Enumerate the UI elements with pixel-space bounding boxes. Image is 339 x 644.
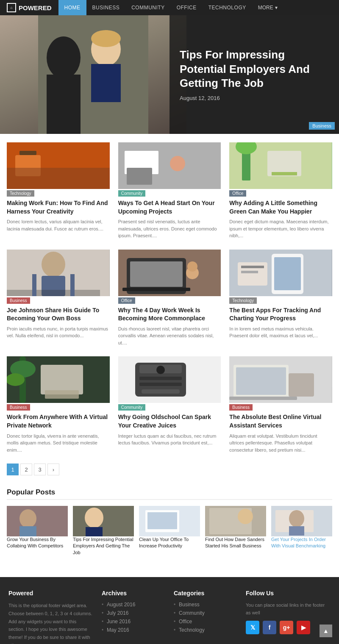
article-grid-row2: Business Joe Johnson Share His Guide To … (7, 250, 332, 347)
footer-follow-text: You can place social links in the footer… (246, 602, 331, 616)
list-item[interactable]: Community (174, 610, 237, 616)
logo[interactable]: ⌂ POWERED (0, 3, 58, 12)
page-1-button[interactable]: 1 (7, 464, 19, 475)
article-excerpt: Aliquam erat volutpat. Vestibulum tincid… (229, 433, 332, 454)
svg-rect-13 (127, 168, 152, 185)
svg-rect-58 (19, 526, 36, 536)
list-item[interactable]: May 2016 (102, 627, 165, 633)
popular-thumbnail (7, 506, 68, 536)
article-title: The Best Apps For Tracking And Charting … (229, 306, 332, 323)
nav-office[interactable]: OFFICE (171, 0, 203, 15)
article-thumbnail (7, 356, 110, 403)
article-grid-row3: Business Work From Anywhere With A Virtu… (7, 356, 332, 453)
svg-rect-9 (19, 151, 36, 155)
hero-category-badge: Business (309, 122, 335, 130)
article-excerpt: Donec lorem lectus, varius aliquam lacin… (7, 218, 110, 232)
nav-community[interactable]: COMMUNITY (125, 0, 171, 15)
footer-brand-text: This is the optional footer widget area.… (8, 602, 93, 644)
facebook-button[interactable]: f (263, 621, 276, 634)
popular-card[interactable]: Get Your Projects In Order With Visual B… (271, 506, 332, 556)
svg-rect-55 (289, 373, 314, 397)
svg-rect-61 (86, 527, 103, 536)
popular-title: Tips For Impressing Potential Employers … (73, 536, 134, 556)
popular-title-link[interactable]: Get Your Projects In Order With Visual B… (271, 536, 332, 550)
svg-rect-10 (7, 168, 110, 189)
nav-more[interactable]: MORE ▾ (252, 0, 283, 15)
svg-rect-42 (41, 365, 83, 394)
svg-rect-23 (7, 290, 100, 296)
page-3-button[interactable]: 3 (34, 464, 46, 475)
popular-card[interactable]: Clean Up Your Office To Increase Product… (139, 506, 200, 556)
list-item[interactable]: June 2016 (102, 619, 165, 625)
svg-rect-49 (139, 383, 182, 386)
popular-thumbnail (139, 506, 200, 536)
hero-date: August 12, 2016 (180, 95, 329, 101)
list-item[interactable]: Technology (174, 627, 237, 633)
hero-person-figure (38, 15, 148, 134)
footer-grid: Powered This is the optional footer widg… (8, 590, 331, 644)
svg-point-57 (19, 509, 36, 528)
article-card[interactable]: Office Why The 4 Day Work Week Is Becomi… (118, 250, 221, 347)
footer-categories-col: Categories Business Community Office Tec… (174, 590, 237, 644)
popular-card[interactable]: Grow Your Business By Collabing With Com… (7, 506, 68, 556)
svg-rect-37 (241, 271, 258, 273)
article-excerpt: Duis rhoncus laoreet nisl, vitae pharetr… (118, 325, 221, 347)
list-item[interactable]: July 2016 (102, 610, 165, 616)
footer-archives-title: Archives (102, 590, 165, 597)
twitter-button[interactable]: 𝕏 (246, 621, 259, 634)
article-card[interactable]: Technology The Best Apps For Tracking An… (229, 250, 332, 347)
nav-home[interactable]: HOME (58, 0, 86, 15)
article-thumbnail (229, 356, 332, 403)
footer-categories-list: Business Community Office Technology (174, 602, 237, 633)
article-tag: Technology (7, 190, 34, 197)
hero-image (0, 15, 186, 134)
pagination: 1 2 3 › (7, 464, 332, 475)
article-excerpt: Donec eget dictum magna. Maecenas interd… (229, 218, 332, 239)
svg-point-31 (187, 261, 197, 272)
svg-rect-54 (229, 397, 297, 400)
article-tag: Office (229, 190, 246, 197)
article-card[interactable]: Business The Absolute Best Online Virtua… (229, 356, 332, 453)
footer-brand-col: Powered This is the optional footer widg… (8, 590, 93, 644)
nav-business[interactable]: BUSINESS (86, 0, 126, 15)
popular-title: Find Out How Dave Sanders Started His Sm… (205, 536, 266, 550)
svg-rect-59 (73, 506, 134, 536)
article-title: Ways To Get A Head Start On Your Upcomin… (118, 199, 221, 216)
footer-social-links: 𝕏 f g+ ▶ (246, 621, 331, 634)
article-thumbnail (229, 142, 332, 189)
article-title: Work From Anywhere With A Virtual Privat… (7, 413, 110, 430)
popular-posts-title: Popular Posts (7, 488, 332, 500)
popular-card[interactable]: Find Out How Dave Sanders Started His Sm… (205, 506, 266, 556)
article-title: The Absolute Best Online Virtual Assista… (229, 413, 332, 430)
article-card[interactable]: Community Ways To Get A Head Start On Yo… (118, 142, 221, 239)
article-thumbnail (118, 250, 221, 296)
youtube-button[interactable]: ▶ (297, 621, 310, 634)
svg-rect-36 (241, 266, 264, 268)
hero-overlay: Tips For Impressing Potential Employers … (170, 15, 339, 134)
hero-banner[interactable]: Tips For Impressing Potential Employers … (0, 15, 339, 134)
article-card[interactable]: Office Why Adding A Little Something Gre… (229, 142, 332, 239)
footer-follow-title: Follow Us (246, 590, 331, 597)
svg-point-1 (47, 36, 81, 79)
popular-posts-grid: Grow Your Business By Collabing With Com… (7, 506, 332, 556)
scroll-to-top-button[interactable]: ▲ (320, 625, 332, 637)
list-item[interactable]: Office (174, 619, 237, 625)
article-card[interactable]: Technology Making Work Fun: How To Find … (7, 142, 110, 239)
hero-title: Tips For Impressing Potential Employers … (180, 48, 329, 91)
nav-technology[interactable]: TECHNOLOGY (203, 0, 252, 15)
svg-point-6 (91, 30, 121, 47)
list-item[interactable]: Business (174, 602, 237, 608)
svg-rect-50 (142, 389, 180, 394)
logo-icon: ⌂ (7, 3, 16, 12)
google-button[interactable]: g+ (280, 621, 293, 634)
list-item[interactable]: August 2016 (102, 602, 165, 608)
article-card[interactable]: Business Work From Anywhere With A Virtu… (7, 356, 110, 453)
page-2-button[interactable]: 2 (20, 464, 32, 475)
article-card[interactable]: Community Why Going Oldschool Can Spark … (118, 356, 221, 453)
footer-categories-title: Categories (174, 590, 237, 597)
page-next-button[interactable]: › (47, 464, 59, 475)
svg-point-14 (170, 156, 185, 171)
svg-rect-29 (122, 288, 190, 291)
popular-card[interactable]: Tips For Impressing Potential Employers … (73, 506, 134, 556)
article-card[interactable]: Business Joe Johnson Share His Guide To … (7, 250, 110, 347)
